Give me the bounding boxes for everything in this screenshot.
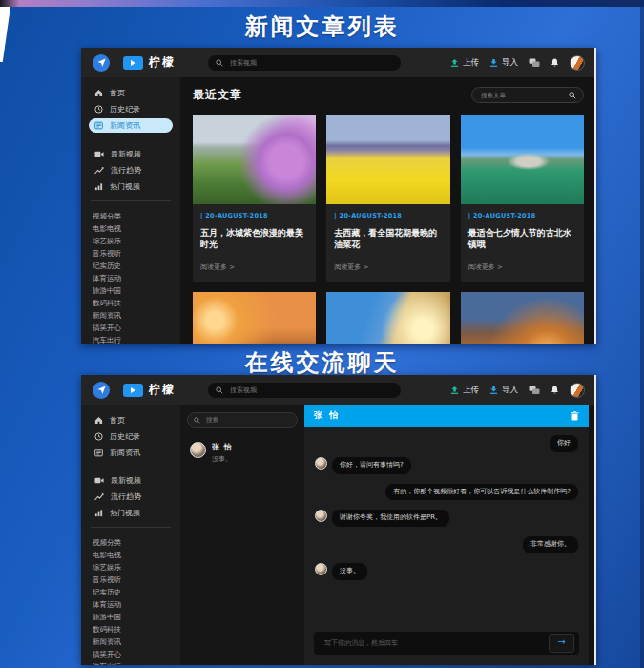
- chat-header: 张 怡: [304, 405, 589, 427]
- sidebar-category[interactable]: 新闻资讯: [93, 309, 173, 322]
- sidebar-label: 首页: [110, 88, 125, 98]
- sidebar-category[interactable]: 纪实历史: [93, 260, 173, 272]
- navbar-actions: 上传 导入: [450, 55, 585, 71]
- article-search-box[interactable]: [471, 87, 584, 103]
- sidebar-category[interactable]: 体育运动: [93, 272, 173, 284]
- article-date: | 20-AUGUST-2018: [200, 212, 308, 219]
- message-bubble: 你好，请问有事情吗?: [332, 457, 411, 474]
- sidebar-item-latest-videos[interactable]: 最新视频: [89, 473, 173, 487]
- sidebar-category[interactable]: 旅游中国: [93, 611, 173, 623]
- message-input[interactable]: [322, 638, 543, 648]
- brand[interactable]: 柠檬: [123, 382, 176, 398]
- send-button[interactable]: →: [549, 634, 574, 653]
- article-title: 去西藏，看全国花期最晚的油菜花: [334, 227, 442, 250]
- read-more-link[interactable]: 阅读更多 >: [200, 262, 308, 272]
- article-image-harbor-sunset: [193, 292, 316, 344]
- sidebar-item-trending[interactable]: 流行趋势: [89, 490, 173, 503]
- sidebar-category[interactable]: 搞笑开心: [93, 322, 173, 334]
- sidebar-item-history[interactable]: 历史纪录: [89, 429, 173, 443]
- sidebar-label: 新闻资讯: [110, 120, 140, 131]
- sidebar-category[interactable]: 纪实历史: [93, 586, 173, 598]
- news-icon: [94, 449, 103, 457]
- article-card[interactable]: [461, 292, 584, 344]
- play-logo-icon: [123, 384, 143, 397]
- right-edge-shade: [640, 0, 644, 668]
- app-window-news: 柠檬 上传 导入: [81, 48, 596, 344]
- sidebar-category[interactable]: 旅游中国: [93, 284, 173, 297]
- sidebar-label: 历史纪录: [110, 104, 140, 115]
- sidebar-category[interactable]: 搞笑开心: [93, 648, 173, 660]
- navbar: 柠檬 上传 导入: [81, 375, 596, 405]
- upload-button[interactable]: 上传: [450, 57, 479, 69]
- app-logo-icon[interactable]: [93, 382, 110, 399]
- article-card[interactable]: | 20-AUGUST-2018 最适合七夕情人节的古北水镇哦 阅读更多 >: [461, 115, 584, 282]
- sidebar-category[interactable]: 视频分类: [93, 210, 173, 222]
- sidebar-label: 新闻资讯: [110, 448, 140, 458]
- sidebar-category[interactable]: 音乐视听: [93, 247, 173, 260]
- play-logo-icon: [123, 56, 143, 70]
- video-search-box[interactable]: [208, 55, 401, 71]
- import-button[interactable]: 导入: [489, 57, 518, 69]
- sidebar-category[interactable]: 综艺娱乐: [93, 235, 173, 247]
- sidebar-category[interactable]: 电影电视: [93, 222, 173, 235]
- article-card[interactable]: [326, 292, 449, 344]
- navbar: 柠檬 上传 导入: [81, 48, 596, 77]
- article-image-lilac-city: [193, 115, 316, 204]
- sidebar-item-history[interactable]: 历史纪录: [89, 102, 173, 115]
- upload-button[interactable]: 上传: [450, 385, 479, 396]
- search-icon: [216, 59, 223, 67]
- contact-search-box[interactable]: [187, 412, 298, 428]
- sidebar-category[interactable]: 汽车出行: [93, 660, 173, 665]
- notifications-button[interactable]: [551, 58, 559, 68]
- sidebar-category[interactable]: 数码科技: [93, 297, 173, 309]
- messages-button[interactable]: [529, 58, 540, 68]
- sidebar-label: 流行趋势: [111, 165, 141, 176]
- bell-icon: [551, 386, 559, 395]
- sidebar-category[interactable]: 综艺娱乐: [93, 561, 173, 574]
- sidebar-item-home[interactable]: 首页: [89, 86, 173, 99]
- video-search-input[interactable]: [228, 386, 393, 395]
- news-icon: [94, 121, 103, 130]
- messages-button[interactable]: [529, 386, 540, 395]
- sidebar-item-news-active[interactable]: 新闻资讯: [89, 118, 173, 133]
- app-logo-icon[interactable]: [93, 54, 110, 72]
- history-icon: [94, 432, 103, 441]
- brand[interactable]: 柠檬: [123, 54, 176, 71]
- import-button[interactable]: 导入: [489, 385, 518, 396]
- sidebar-item-trending[interactable]: 流行趋势: [89, 163, 173, 177]
- read-more-link[interactable]: 阅读更多 >: [334, 262, 442, 272]
- article-card[interactable]: | 20-AUGUST-2018 去西藏，看全国花期最晚的油菜花 阅读更多 >: [326, 115, 449, 282]
- history-icon: [94, 105, 103, 114]
- article-card[interactable]: | 20-AUGUST-2018 五月，冰城紫色浪漫的最美时光 阅读更多 >: [193, 115, 316, 282]
- sidebar-label: 热门视频: [110, 508, 140, 518]
- video-search-box[interactable]: [208, 383, 401, 398]
- sidebar-category[interactable]: 音乐视听: [93, 574, 173, 586]
- article-card[interactable]: [193, 292, 316, 344]
- sidebar-category[interactable]: 新闻资讯: [93, 636, 173, 648]
- sidebar-item-hot-videos[interactable]: 热门视频: [89, 179, 173, 193]
- sidebar-category[interactable]: 汽车出行: [93, 334, 173, 344]
- delete-conversation-button[interactable]: [571, 411, 579, 421]
- read-more-link[interactable]: 阅读更多 >: [468, 262, 576, 272]
- video-search-input[interactable]: [228, 58, 393, 68]
- sidebar-category[interactable]: 体育运动: [93, 598, 173, 611]
- notifications-button[interactable]: [551, 386, 559, 395]
- sidebar-item-home[interactable]: 首页: [89, 413, 173, 427]
- contact-item[interactable]: 张 怡 没事。: [187, 440, 298, 466]
- sidebar-category[interactable]: 数码科技: [93, 623, 173, 636]
- sidebar-item-latest-videos[interactable]: 最新视频: [89, 147, 173, 160]
- user-avatar[interactable]: [570, 55, 585, 71]
- article-search-input[interactable]: [479, 91, 565, 100]
- message-bubble: 非常感谢你。: [523, 536, 578, 553]
- sidebar-item-hot-videos[interactable]: 热门视频: [89, 506, 173, 519]
- user-avatar[interactable]: [570, 383, 585, 398]
- search-icon: [569, 92, 576, 99]
- sidebar-category[interactable]: 视频分类: [93, 536, 173, 549]
- article-title: 五月，冰城紫色浪漫的最美时光: [200, 227, 308, 250]
- trend-icon: [94, 166, 104, 175]
- contact-search-input[interactable]: [204, 415, 291, 425]
- sidebar-category[interactable]: 电影电视: [93, 549, 173, 561]
- chat-content: 张 怡 没事。 张 怡 你好: [180, 405, 596, 665]
- sidebar-item-news[interactable]: 新闻资讯: [89, 446, 173, 459]
- chat-peer-name: 张 怡: [314, 409, 340, 422]
